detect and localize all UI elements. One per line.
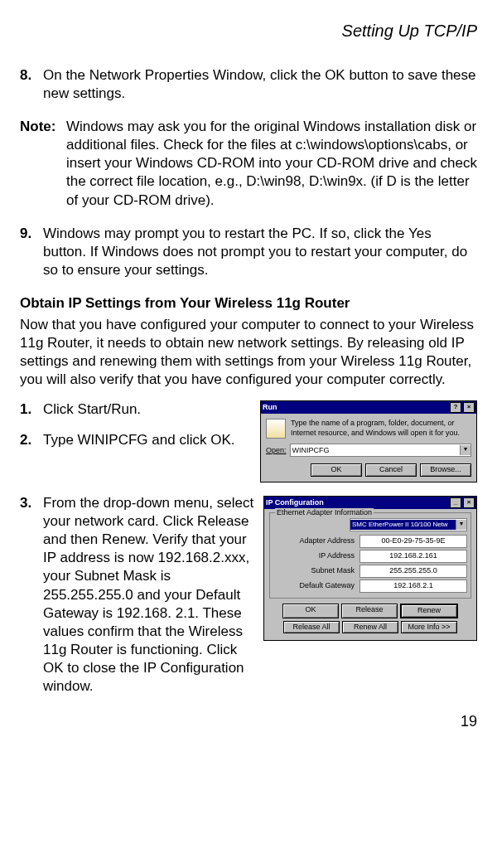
step-text: Type WINIPCFG and click OK. — [43, 431, 252, 449]
note-text: Windows may ask you for the original Win… — [66, 118, 477, 209]
ip-configuration-dialog: IP Configuration _ × Ethernet Adapter In… — [263, 496, 477, 641]
minimize-button[interactable]: _ — [450, 497, 461, 508]
ipconf-titlebar: IP Configuration _ × — [264, 497, 476, 509]
ipconf-title-text: IP Configuration — [266, 498, 324, 508]
step-number: 8. — [20, 66, 43, 103]
ip-address-value: 192.168.2.161 — [359, 550, 467, 563]
adapter-combobox[interactable]: SMC EtherPower II 10/100 Netw ▾ — [350, 518, 467, 531]
step-9: 9. Windows may prompt you to restart the… — [20, 225, 477, 279]
step-number: 3. — [20, 494, 43, 696]
adapter-address-value: 00-E0-29-75-35-9E — [359, 535, 467, 548]
ok-button[interactable]: OK — [311, 463, 362, 477]
step-text: Click Start/Run. — [43, 400, 252, 419]
close-button[interactable]: × — [463, 497, 475, 508]
subnet-mask-label: Subnet Mask — [273, 566, 359, 576]
ip-address-label: IP Address — [273, 551, 359, 561]
step-number: 2. — [20, 431, 43, 449]
cancel-button[interactable]: Cancel — [365, 463, 417, 477]
note-label: Note: — [20, 118, 66, 209]
step-1: 1. Click Start/Run. — [20, 400, 252, 419]
help-button[interactable]: ? — [450, 402, 461, 413]
more-info-button[interactable]: More Info >> — [401, 621, 457, 634]
step-3: 3. From the drop-down menu, select your … — [20, 494, 255, 696]
default-gateway-value: 192.168.2.1 — [359, 579, 467, 593]
dropdown-icon[interactable]: ▾ — [456, 520, 466, 530]
subnet-mask-value: 255.255.255.0 — [359, 565, 467, 578]
run-titlebar: Run ? × — [261, 401, 476, 414]
release-button[interactable]: Release — [341, 604, 398, 618]
group-title: Ethernet Adapter Information — [275, 508, 374, 518]
run-description: Type the name of a program, folder, docu… — [291, 419, 471, 439]
step-text: Windows may prompt you to restart the PC… — [43, 225, 477, 279]
ok-button[interactable]: OK — [282, 604, 339, 618]
step-number: 1. — [20, 400, 43, 419]
run-icon — [266, 419, 286, 439]
step-8: 8. On the Network Properties Window, cli… — [20, 66, 477, 103]
run-title-text: Run — [263, 403, 277, 413]
release-all-button[interactable]: Release All — [283, 621, 340, 634]
open-combobox[interactable]: ▾ — [290, 444, 471, 457]
step-text: From the drop-down menu, select your net… — [43, 494, 255, 696]
adapter-selected: SMC EtherPower II 10/100 Netw — [350, 520, 456, 530]
open-label: Open: — [266, 446, 287, 456]
subheading: Obtain IP Settings from Your Wireless 11… — [20, 294, 477, 313]
renew-all-button[interactable]: Renew All — [342, 621, 398, 634]
step-text: On the Network Properties Window, click … — [43, 66, 477, 103]
step-number: 9. — [20, 225, 43, 279]
run-dialog: Run ? × Type the name of a program, fold… — [260, 400, 477, 482]
adapter-info-group: Ethernet Adapter Information SMC EtherPo… — [269, 512, 471, 599]
page-number: 19 — [20, 712, 477, 731]
default-gateway-label: Default Gateway — [273, 581, 359, 591]
close-button[interactable]: × — [463, 402, 475, 413]
dropdown-icon[interactable]: ▾ — [460, 445, 470, 455]
step-2: 2. Type WINIPCFG and click OK. — [20, 431, 252, 449]
open-input[interactable] — [291, 445, 460, 455]
browse-button[interactable]: Browse... — [420, 463, 471, 477]
intro-paragraph: Now that you have configured your comput… — [20, 316, 477, 389]
page-header: Setting Up TCP/IP — [20, 20, 477, 41]
note-block: Note: Windows may ask you for the origin… — [20, 118, 477, 209]
adapter-address-label: Adapter Address — [273, 536, 359, 546]
renew-button[interactable]: Renew — [400, 604, 458, 618]
